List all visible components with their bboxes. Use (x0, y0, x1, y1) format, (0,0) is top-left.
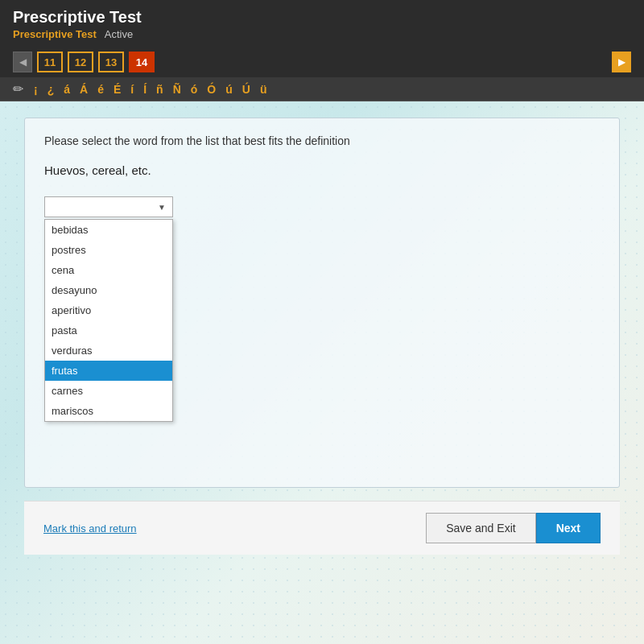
save-and-exit-button[interactable]: Save and Exit (426, 513, 535, 543)
option-aperitivo[interactable]: aperitivo (45, 300, 172, 320)
header-subtitle: Prescriptive Test Active (13, 28, 631, 40)
action-bar: Mark this and return Save and Exit Next (24, 501, 620, 555)
option-frutas[interactable]: frutas (45, 361, 172, 381)
char-o-acute-lower[interactable]: ó (188, 82, 200, 97)
prev-page-arrow[interactable]: ◀ (13, 52, 32, 72)
pencil-icon: ✏ (13, 81, 23, 97)
status-badge: Active (105, 28, 133, 40)
char-u-umlaut[interactable]: ü (258, 82, 270, 97)
header: Prescriptive Test Prescriptive Test Acti… (0, 0, 644, 47)
char-n-tilde-upper[interactable]: Ñ (171, 82, 184, 97)
option-postres[interactable]: postres (45, 240, 172, 260)
char-a-acute-lower[interactable]: á (61, 82, 72, 97)
main-content: Please select the word from the list tha… (0, 101, 644, 644)
char-e-acute-upper[interactable]: É (111, 82, 123, 97)
mark-and-return-button[interactable]: Mark this and return (43, 522, 137, 535)
content-box: Please select the word from the list tha… (24, 118, 620, 488)
char-i-acute-lower[interactable]: í (128, 82, 136, 97)
option-desayuno[interactable]: desayuno (45, 280, 172, 300)
char-u-acute-upper[interactable]: Ú (240, 82, 253, 97)
option-cena[interactable]: cena (45, 260, 172, 280)
question-text: Huevos, cereal, etc. (44, 163, 600, 177)
page-12[interactable]: 12 (68, 52, 93, 72)
char-inverted-question[interactable]: ¿ (45, 82, 57, 97)
option-carnes[interactable]: carnes (45, 381, 172, 401)
page-13[interactable]: 13 (98, 52, 124, 72)
char-i-acute-upper[interactable]: Í (141, 82, 149, 97)
breadcrumb-link[interactable]: Prescriptive Test (13, 28, 97, 40)
option-pasta[interactable]: pasta (45, 320, 172, 341)
option-bebidas[interactable]: bebidas (45, 220, 172, 240)
pagination-row: ◀ 11 12 13 14 ▶ (0, 47, 644, 77)
page-title: Prescriptive Test (13, 8, 631, 27)
next-page-arrow[interactable]: ▶ (612, 52, 631, 72)
option-mariscos[interactable]: mariscos (45, 401, 172, 421)
action-buttons: Save and Exit Next (426, 513, 601, 543)
chevron-down-icon: ▼ (158, 203, 166, 212)
char-inverted-exclaim[interactable]: ¡ (31, 82, 40, 97)
page-14[interactable]: 14 (129, 52, 155, 72)
char-e-acute-lower[interactable]: é (95, 82, 106, 97)
dropdown-container[interactable]: ▼ bebidas postres cena desayuno aperitiv… (44, 196, 173, 217)
char-a-acute-upper[interactable]: Á (77, 82, 90, 97)
instruction-text: Please select the word from the list tha… (44, 134, 600, 147)
char-u-acute-lower[interactable]: ú (223, 82, 235, 97)
next-button[interactable]: Next (536, 513, 601, 543)
dropdown-list: bebidas postres cena desayuno aperitivo … (44, 219, 173, 422)
char-o-acute-upper[interactable]: Ó (204, 82, 218, 97)
special-chars-bar: ✏ ¡ ¿ á Á é É í Í ñ Ñ ó Ó ú Ú ü (0, 77, 644, 101)
dropdown-trigger[interactable]: ▼ (44, 196, 173, 217)
option-verduras[interactable]: verduras (45, 341, 172, 361)
char-n-tilde-lower[interactable]: ñ (154, 82, 166, 97)
page-11[interactable]: 11 (37, 52, 63, 72)
